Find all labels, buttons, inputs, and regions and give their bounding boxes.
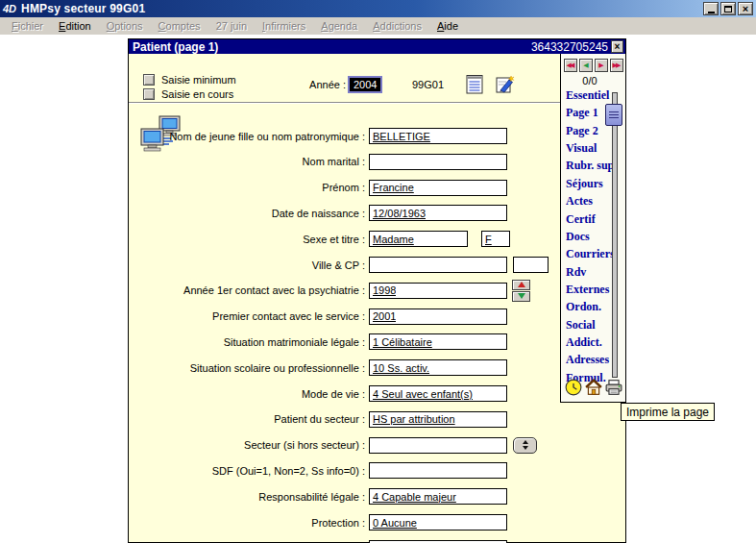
sidebar-item-courriers[interactable]: Courriers [566, 247, 615, 261]
field-label: Mode de vie : [129, 388, 369, 400]
sidebar-item-rubr-sup[interactable]: Rubr. sup [566, 159, 614, 173]
field-input[interactable]: Madame [369, 231, 468, 247]
field-input[interactable]: Francine [369, 180, 507, 196]
sidebar-item-rdv[interactable]: Rdv [566, 265, 586, 280]
form-row: Responsabilité légale :4 Capable majeur [129, 483, 560, 509]
title-bar: 4D HMPsy secteur 99G01 × [0, 0, 756, 17]
record-counter: 0/0 [561, 75, 619, 86]
field-input[interactable]: 4 Capable majeur [369, 488, 507, 505]
form-row: SDF (Oui=1, Non=2, Ss info=0) : [129, 457, 560, 483]
form-row: Prénom :Francine [129, 175, 560, 201]
sidebar-item-page-2[interactable]: Page 2 [566, 124, 598, 138]
field-input[interactable]: 1998 [369, 283, 507, 299]
menu-agenda[interactable]: Agenda [313, 20, 365, 32]
checkbox-label: Saisie minimum [161, 74, 236, 86]
sidebar-item-social[interactable]: Social [566, 318, 596, 333]
patient-window: Patient (page 1) 364332705245 × Saisie m… [128, 38, 626, 543]
form-row: Patient du secteur :HS par attribution [129, 407, 560, 432]
menu-fichier[interactable]: Fichier [4, 20, 51, 32]
home-icon[interactable] [585, 379, 602, 396]
checkbox-1[interactable] [143, 88, 155, 100]
patient-window-titlebar[interactable]: Patient (page 1) 364332705245 × [129, 39, 625, 54]
field-input[interactable]: 2001 [369, 309, 507, 325]
sidebar-item-visual[interactable]: Visual [566, 141, 597, 156]
next-record-button[interactable]: ▶ [595, 59, 608, 72]
field-input-extra[interactable] [513, 257, 549, 273]
field-input[interactable] [369, 462, 507, 479]
checkbox-0[interactable] [143, 74, 155, 86]
sidebar-item-externes[interactable]: Externes [566, 283, 609, 297]
field-label: Patient du secteur : [129, 413, 369, 425]
sidebar-item-adresses[interactable]: Adresses [566, 353, 609, 367]
annee-label: Année : [273, 79, 346, 90]
up-arrow-icon [518, 282, 525, 287]
minimize-icon [708, 12, 715, 13]
pen-form-icon[interactable] [495, 74, 516, 97]
form-row: Nom marital : [129, 149, 560, 175]
maximize-icon [724, 6, 732, 12]
sidebar-item-page-1[interactable]: Page 1 [566, 106, 598, 120]
minimize-button[interactable] [703, 2, 719, 15]
checkbox-label: Saisie en cours [161, 88, 233, 100]
notepad-icon[interactable] [466, 73, 483, 96]
window-title: HMPsy secteur 99G01 [21, 2, 145, 15]
patient-close-button[interactable]: × [611, 40, 623, 53]
sidebar-item-certif[interactable]: Certif [566, 212, 596, 227]
field-label: Date de naissance : [129, 208, 369, 219]
form-row: Ville & CP : [129, 252, 560, 278]
sidebar-item-docs[interactable]: Docs [566, 230, 590, 244]
field-input[interactable]: BELLETIGE [369, 128, 507, 144]
clock-icon[interactable] [565, 379, 582, 396]
previous-record-button[interactable]: ◀ [579, 59, 593, 72]
form-row: Année 1er contact avec la psychiatrie :1… [129, 278, 560, 304]
maximize-button[interactable] [720, 2, 736, 15]
menu-addictions[interactable]: Addictions [365, 20, 429, 32]
spinner-up-button[interactable] [512, 280, 530, 290]
menu-comptes[interactable]: Comptes [151, 20, 208, 32]
sidebar-item-essentiel[interactable]: Essentiel [566, 88, 609, 103]
sidebar-item-ordon[interactable]: Ordon. [566, 300, 601, 314]
form-row: Situation matrimoniale légale :1 Célibat… [129, 329, 560, 355]
field-input[interactable]: 10 Ss. activ. [369, 359, 507, 376]
field-input-extra[interactable]: F [481, 231, 510, 247]
sidebar-item-s-jours[interactable]: Séjours [566, 177, 603, 191]
header-separator [129, 102, 625, 104]
field-label: SDF (Oui=1, Non=2, Ss info=0) : [129, 465, 369, 477]
form-row: Secteur (si hors secteur) : [129, 432, 560, 458]
menu-edition[interactable]: Edition [51, 20, 99, 32]
first-record-button[interactable]: ◀◀ [564, 59, 577, 72]
field-label: Prénom : [129, 182, 369, 193]
down-arrow-icon [518, 293, 525, 299]
menu-options[interactable]: Options [99, 20, 151, 32]
field-input[interactable]: 12/08/1963 [369, 205, 507, 221]
last-record-button[interactable]: ▶▶ [610, 59, 623, 72]
field-input[interactable] [369, 154, 507, 170]
close-button[interactable]: × [738, 2, 753, 15]
sidebar-item-actes[interactable]: Actes [566, 194, 593, 209]
field-label: Ville & CP : [129, 259, 369, 271]
field-input[interactable]: 0 Aucune [369, 514, 507, 531]
field-label: Premier contact avec le service : [129, 310, 369, 322]
window-controls: × [703, 2, 753, 15]
spinner-down-button[interactable] [512, 291, 530, 302]
close-icon: × [743, 4, 748, 14]
patient-window-body: Saisie minimumSaisie en cours Année : 20… [129, 54, 625, 542]
field-input[interactable]: 4 Seul avec enfant(s) [369, 385, 507, 402]
sector-stepper-button[interactable] [513, 437, 537, 454]
sidebar-scrollbar-track[interactable] [612, 92, 618, 378]
field-input[interactable]: HS par attribution [369, 411, 507, 428]
record-id: 364332705245 [531, 40, 608, 54]
field-input[interactable] [369, 437, 507, 454]
sidebar-scrollbar-thumb[interactable] [605, 104, 622, 126]
field-input[interactable]: 1 Célibataire [369, 333, 507, 350]
printer-icon[interactable] [605, 379, 622, 396]
field-label: Sexe et titre : [129, 234, 369, 245]
annee-field[interactable]: 2004 [348, 76, 382, 93]
menu-27-juin[interactable]: 27 juin [208, 20, 255, 32]
year-spinner [512, 280, 530, 302]
field-input[interactable] [369, 257, 507, 273]
menu-infirmiers[interactable]: Infirmiers [255, 20, 313, 32]
record-nav-buttons: ◀◀◀▶▶▶ [564, 59, 623, 72]
sidebar-item-addict[interactable]: Addict. [566, 335, 602, 350]
menu-aide[interactable]: Aide [429, 20, 466, 32]
